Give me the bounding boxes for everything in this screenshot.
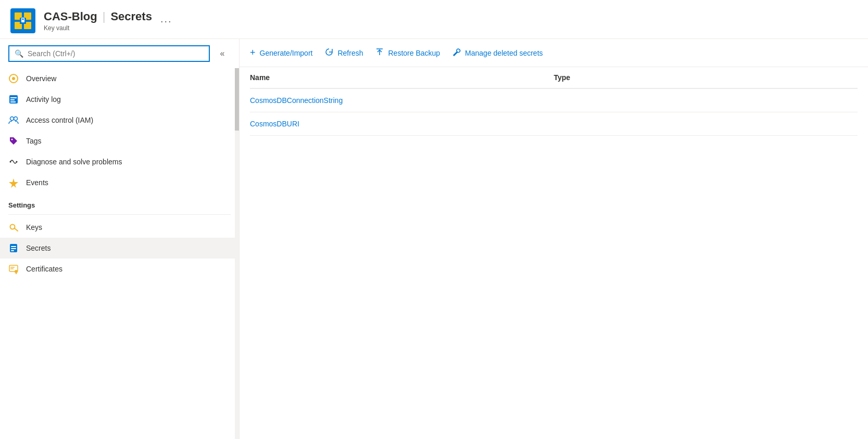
sidebar-item-overview[interactable]: Overview <box>0 68 239 89</box>
secret-name-cell: CosmosDBURI <box>250 112 554 136</box>
activity-log-icon <box>8 94 19 105</box>
more-options-button[interactable]: ··· <box>160 15 172 27</box>
overview-icon <box>8 73 19 84</box>
sidebar-item-events[interactable]: Events <box>0 172 239 193</box>
sidebar-item-keys[interactable]: Keys <box>0 217 239 238</box>
sidebar-item-tags[interactable]: Tags <box>0 131 239 151</box>
refresh-button[interactable]: Refresh <box>325 46 363 60</box>
restore-backup-button[interactable]: Restore Backup <box>375 46 440 60</box>
plus-icon: + <box>250 47 256 58</box>
settings-divider <box>8 214 231 215</box>
content-area: + Generate/Import Refresh Restore Backup <box>240 39 868 439</box>
secrets-table-area: Name Type CosmosDBConnectionStringCosmos… <box>240 67 868 439</box>
sidebar-item-secrets[interactable]: Secrets <box>0 238 239 259</box>
manage-deleted-button[interactable]: Manage deleted secrets <box>452 46 543 60</box>
search-row: 🔍 « <box>0 39 239 68</box>
resource-type: Key vault <box>44 24 152 32</box>
resource-name: CAS-Blog <box>44 10 97 23</box>
scrollbar-thumb[interactable] <box>235 68 239 131</box>
secret-name-link[interactable]: CosmosDBConnectionString <box>250 96 343 105</box>
page-title: CAS-Blog | Secrets <box>44 10 152 23</box>
generate-import-button[interactable]: + Generate/Import <box>250 45 312 60</box>
header-text: CAS-Blog | Secrets Key vault <box>44 10 152 32</box>
sidebar-item-overview-label: Overview <box>26 74 56 83</box>
svg-rect-28 <box>10 268 14 269</box>
table-row: CosmosDBConnectionString <box>250 88 858 112</box>
svg-rect-24 <box>11 248 16 249</box>
restore-icon <box>375 48 384 58</box>
sidebar-item-access-control-label: Access control (IAM) <box>26 116 93 124</box>
svg-line-21 <box>15 228 18 231</box>
nav-scroll: Overview Activity log <box>0 68 239 439</box>
svg-rect-27 <box>10 267 15 268</box>
sidebar: 🔍 « Overview Activit <box>0 39 240 439</box>
secret-type-cell <box>554 88 858 112</box>
sidebar-item-tags-label: Tags <box>26 137 42 145</box>
sidebar-item-events-label: Events <box>26 178 48 187</box>
wrench-icon <box>452 48 461 58</box>
key-vault-icon <box>14 11 32 30</box>
title-separator: | <box>103 10 106 23</box>
keys-icon <box>8 222 19 233</box>
svg-rect-25 <box>11 250 14 251</box>
sidebar-item-certificates-label: Certificates <box>26 265 62 273</box>
svg-point-14 <box>10 117 14 121</box>
svg-point-17 <box>10 161 11 163</box>
sidebar-item-diagnose[interactable]: Diagnose and solve problems <box>0 151 239 172</box>
svg-point-18 <box>16 161 18 163</box>
svg-rect-7 <box>23 20 23 21</box>
svg-rect-13 <box>10 101 16 102</box>
settings-section-label: Settings <box>0 193 239 212</box>
scrollbar-track <box>235 68 239 439</box>
main-layout: 🔍 « Overview Activit <box>0 39 868 439</box>
secret-name-link[interactable]: CosmosDBURI <box>250 120 299 128</box>
secrets-table: Name Type CosmosDBConnectionStringCosmos… <box>250 67 858 136</box>
secret-name-cell: CosmosDBConnectionString <box>250 88 554 112</box>
access-control-icon <box>8 115 19 125</box>
tags-icon <box>8 136 19 146</box>
collapse-sidebar-button[interactable]: « <box>214 45 231 62</box>
sidebar-item-certificates[interactable]: Certificates <box>0 259 239 279</box>
toolbar: + Generate/Import Refresh Restore Backup <box>240 39 868 67</box>
svg-rect-23 <box>11 246 16 247</box>
svg-line-31 <box>16 273 17 274</box>
secrets-icon <box>8 243 19 253</box>
svg-rect-11 <box>10 97 17 98</box>
app-container: CAS-Blog | Secrets Key vault ··· 🔍 « <box>0 0 868 439</box>
svg-point-9 <box>12 77 15 80</box>
search-input[interactable] <box>28 49 204 58</box>
col-header-type: Type <box>554 67 858 88</box>
refresh-icon <box>325 48 333 58</box>
sidebar-item-activity-log-label: Activity log <box>26 95 61 104</box>
diagnose-icon <box>8 157 19 167</box>
svg-rect-12 <box>10 99 15 100</box>
certificates-icon <box>8 264 19 274</box>
svg-point-15 <box>14 117 18 121</box>
header: CAS-Blog | Secrets Key vault ··· <box>0 0 868 39</box>
sidebar-item-access-control[interactable]: Access control (IAM) <box>0 110 239 131</box>
search-box[interactable]: 🔍 <box>8 45 210 62</box>
events-icon <box>8 177 19 188</box>
resource-icon <box>10 8 35 33</box>
col-header-name: Name <box>250 67 554 88</box>
sidebar-item-activity-log[interactable]: Activity log <box>0 89 239 110</box>
svg-marker-19 <box>9 178 18 188</box>
table-row: CosmosDBURI <box>250 112 858 136</box>
search-icon: 🔍 <box>15 49 23 58</box>
sidebar-item-diagnose-label: Diagnose and solve problems <box>26 158 122 166</box>
svg-point-29 <box>15 270 18 273</box>
section-name: Secrets <box>110 10 152 23</box>
secret-type-cell <box>554 112 858 136</box>
svg-point-16 <box>11 139 13 140</box>
sidebar-item-secrets-label: Secrets <box>26 244 51 252</box>
sidebar-item-keys-label: Keys <box>26 223 42 231</box>
